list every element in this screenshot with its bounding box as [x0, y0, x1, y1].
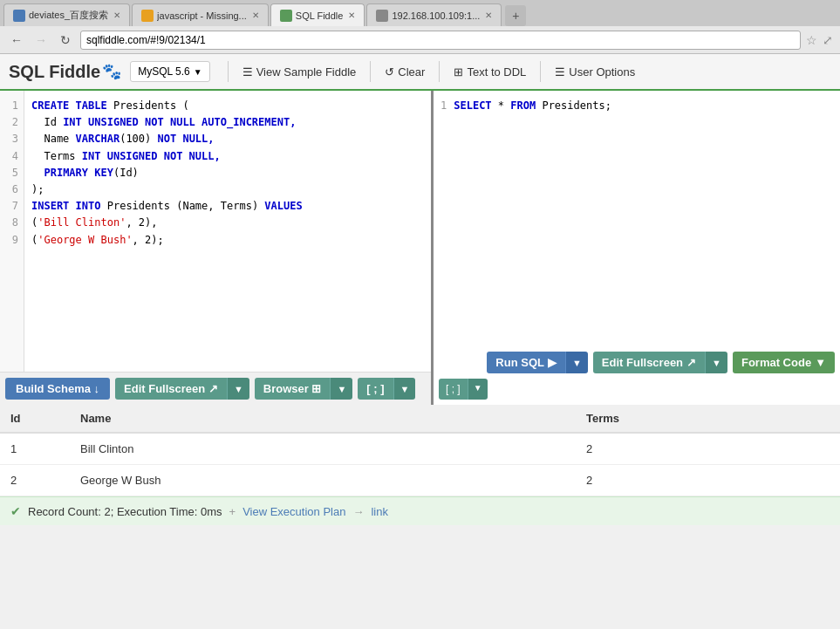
view-sample-button[interactable]: ☰ View Sample Fiddle: [232, 60, 367, 84]
browser-split: Browser ⊞ ▼: [255, 378, 353, 400]
bookmark-icon[interactable]: ☆: [806, 33, 817, 47]
run-sql-button[interactable]: Run SQL ▶: [487, 352, 565, 373]
cell-id-1: 1: [0, 433, 70, 465]
logo: SQL Fiddle 🐾: [9, 62, 121, 82]
format-code-label: Format Code: [741, 356, 811, 369]
view-sample-icon: ☰: [242, 65, 253, 79]
clear-label: Clear: [398, 65, 425, 79]
edit-fullscreen-query-icon: ↗: [686, 356, 696, 369]
clear-button[interactable]: ↺ Clear: [374, 60, 435, 84]
browser-label: Browser ⊞: [263, 382, 322, 395]
view-sample-label: View Sample Fiddle: [256, 65, 357, 79]
user-options-label: User Options: [569, 65, 635, 79]
maximize-icon[interactable]: ⤢: [823, 33, 833, 47]
tab-javascript-close[interactable]: ✕: [252, 10, 259, 20]
tab-ip-icon: [376, 10, 388, 22]
schema-semicolon-label: [ ; ]: [366, 382, 384, 395]
col-header-terms: Terms: [576, 405, 840, 433]
results-table: Id Name Terms 1 Bill Clinton 2 2 George …: [0, 405, 840, 496]
user-options-button[interactable]: ☰ User Options: [544, 60, 645, 84]
text-to-ddl-label: Text to DDL: [467, 65, 526, 79]
tab-baidu-close[interactable]: ✕: [113, 10, 120, 20]
results-header-row: Id Name Terms: [0, 405, 840, 433]
address-bar: ← → ↻ ☆ ⤢: [0, 26, 840, 54]
tab-ip-close[interactable]: ✕: [485, 10, 492, 20]
new-tab-button[interactable]: +: [505, 5, 526, 26]
tab-baidu-label: deviates_百度搜索: [29, 9, 108, 22]
edit-fullscreen-dropdown[interactable]: ▼: [227, 378, 249, 400]
query-code-content[interactable]: SELECT * FROM Presidents;: [454, 98, 611, 219]
tab-baidu[interactable]: deviates_百度搜索 ✕: [3, 3, 130, 26]
view-execution-plan-link[interactable]: View Execution Plan: [242, 505, 345, 518]
query-editor: 1 SELECT * FROM Presidents; Run SQL ▶ ▼ …: [434, 91, 840, 405]
run-sql-split: Run SQL ▶ ▼: [487, 352, 588, 373]
query-semicolon-dropdown[interactable]: ▼: [468, 379, 488, 400]
schema-editor-area[interactable]: 123456789 CREATE TABLE Presidents ( Id I…: [0, 91, 431, 372]
status-check-icon: ✔: [10, 504, 21, 518]
logo-text: SQL Fiddle: [9, 62, 100, 82]
run-sql-dropdown[interactable]: ▼: [565, 352, 588, 373]
db-label: MySQL 5.6: [138, 65, 190, 78]
cell-terms-2: 2: [576, 465, 840, 496]
edit-fullscreen-query-label: Edit Fullscreen: [602, 356, 683, 369]
clear-icon: ↺: [385, 65, 394, 79]
app-toolbar: SQL Fiddle 🐾 MySQL 5.6 ▼ ☰ View Sample F…: [0, 54, 840, 91]
back-button[interactable]: ←: [7, 31, 26, 50]
toolbar-divider-1: [228, 61, 229, 82]
editors-row: 123456789 CREATE TABLE Presidents ( Id I…: [0, 91, 840, 405]
toolbar-divider-4: [540, 61, 541, 82]
schema-semicolon-dropdown[interactable]: ▼: [393, 378, 416, 400]
db-selector[interactable]: MySQL 5.6 ▼: [130, 61, 209, 82]
edit-fullscreen-query-button[interactable]: Edit Fullscreen ↗: [593, 352, 705, 373]
build-schema-button[interactable]: Build Schema ↓: [5, 378, 110, 400]
user-options-icon: ☰: [555, 65, 565, 79]
tab-javascript-icon: [141, 10, 154, 22]
cell-name-2: George W Bush: [70, 465, 576, 496]
query-semicolon-split: [ ; ] ▼: [439, 379, 488, 400]
refresh-button[interactable]: ↻: [56, 31, 75, 50]
edit-fullscreen-button[interactable]: Edit Fullscreen ↗: [115, 378, 227, 400]
schema-editor-footer: Build Schema ↓ Edit Fullscreen ↗ ▼ Brows…: [0, 372, 431, 405]
toolbar-divider-3: [439, 61, 440, 82]
query-semicolon-button[interactable]: [ ; ]: [439, 379, 468, 400]
tab-sqlfiddle[interactable]: SQL Fiddle ✕: [270, 3, 365, 26]
main-content: 123456789 CREATE TABLE Presidents ( Id I…: [0, 91, 840, 525]
query-editor-area[interactable]: 1 SELECT * FROM Presidents;: [434, 91, 840, 226]
edit-fullscreen-query-split: Edit Fullscreen ↗ ▼: [593, 352, 727, 373]
tab-ip[interactable]: 192.168.100.109:1... ✕: [366, 3, 502, 26]
format-code-split: Format Code ▼: [733, 352, 835, 373]
db-dropdown-arrow: ▼: [194, 67, 202, 77]
status-sep-2: →: [352, 505, 364, 518]
tab-javascript[interactable]: javascript - Missing... ✕: [132, 3, 269, 26]
edit-fullscreen-query-dropdown[interactable]: ▼: [705, 352, 727, 373]
tab-sqlfiddle-close[interactable]: ✕: [348, 10, 355, 20]
text-to-ddl-button[interactable]: ⊞ Text to DDL: [443, 60, 536, 84]
run-sql-icon: ▶: [548, 356, 557, 369]
query-toolbar: Run SQL ▶ ▼ Edit Fullscreen ↗ ▼ Format C…: [434, 346, 840, 379]
edit-fullscreen-split: Edit Fullscreen ↗ ▼: [115, 378, 249, 400]
run-sql-label: Run SQL: [495, 356, 544, 369]
browser-button[interactable]: Browser ⊞: [255, 378, 331, 400]
tab-sqlfiddle-label: SQL Fiddle: [296, 10, 344, 21]
logo-icon: 🐾: [102, 62, 121, 81]
format-code-button[interactable]: Format Code ▼: [733, 352, 835, 373]
cell-id-2: 2: [0, 465, 70, 496]
tab-javascript-label: javascript - Missing...: [157, 10, 247, 21]
format-code-icon: ▼: [815, 356, 826, 369]
link-anchor[interactable]: link: [371, 505, 388, 518]
schema-editor: 123456789 CREATE TABLE Presidents ( Id I…: [0, 91, 434, 405]
tab-bar: deviates_百度搜索 ✕ javascript - Missing... …: [0, 0, 840, 26]
table-row: 1 Bill Clinton 2: [0, 433, 840, 465]
status-text: Record Count: 2; Execution Time: 0ms: [28, 505, 222, 518]
toolbar-divider-2: [370, 61, 371, 82]
text-to-ddl-icon: ⊞: [454, 65, 463, 79]
browser-dropdown[interactable]: ▼: [330, 378, 352, 400]
tab-ip-label: 192.168.100.109:1...: [392, 10, 480, 21]
forward-button[interactable]: →: [31, 31, 51, 50]
status-bar: ✔ Record Count: 2; Execution Time: 0ms +…: [0, 496, 840, 525]
address-input[interactable]: [80, 31, 801, 50]
table-row: 2 George W Bush 2: [0, 465, 840, 496]
schema-code-content[interactable]: CREATE TABLE Presidents ( Id INT UNSIGNE…: [24, 91, 431, 372]
schema-semicolon-button[interactable]: [ ; ]: [358, 378, 393, 400]
col-header-name: Name: [70, 405, 576, 433]
